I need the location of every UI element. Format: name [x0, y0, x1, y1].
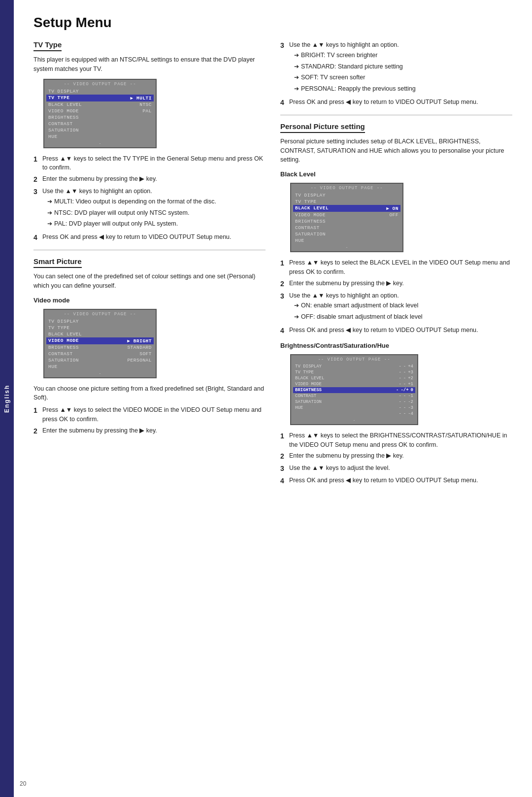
screen-header-bl: -- VIDEO OUTPUT PAGE --	[293, 186, 400, 191]
bl-row-contrast: CONTRAST	[293, 225, 400, 231]
screen-footer-bl: -	[293, 245, 400, 249]
tv-type-description: This player is equipped with an NTSC/PAL…	[33, 55, 266, 74]
tv-type-screen: -- VIDEO OUTPUT PAGE -- TV DISPLAY TV TY…	[43, 79, 157, 148]
vm-row-contrast: CONTRASTSOFT	[46, 351, 154, 357]
br-step-4: 4 Press OK and press ◀ key to return to …	[280, 476, 512, 486]
right-column: 3 Use the ▲▼ keys to highlight an option…	[280, 40, 512, 488]
tv-type-step-1: 1 Press ▲▼ keys to select the TV TYPE in…	[33, 154, 266, 173]
screen-row-tvtype-hl: TV TYPE▶ MULTI	[46, 95, 154, 101]
black-level-screen: -- VIDEO OUTPUT PAGE -- TV DISPLAY TV TY…	[290, 183, 403, 252]
bl-row-brightness: BRIGHTNESS	[293, 218, 400, 225]
vm-row-videomode-hl: VIDEO MODE▶ BRIGHT	[46, 337, 154, 344]
bl-bullets: ➔ON: enable smart adjustment of black le…	[289, 301, 423, 322]
rc-step-3: 3 Use the ▲▼ keys to highlight an option…	[280, 40, 512, 96]
bullet-on: ➔ON: enable smart adjustment of black le…	[294, 301, 423, 310]
smart-picture-steps: 1 Press ▲▼ keys to select the VIDEO MODE…	[33, 405, 266, 436]
vm-row-hue: HUE	[46, 364, 154, 370]
br-row-hue: HUE ---3	[293, 405, 415, 411]
br-row-tvtype: TV TYPE --+3	[293, 369, 415, 375]
brightness-title: Brightness/Contrast/Saturation/Hue	[280, 342, 512, 349]
vm-row-tvtype: TV TYPE	[46, 325, 154, 331]
screen-footer-br: -	[293, 418, 415, 422]
vm-row-tvdisplay: TV DISPLAY	[46, 318, 154, 325]
smart-picture-desc: You can select one of the predefined set…	[33, 272, 266, 291]
main-content: Setup Menu TV Type This player is equipp…	[14, 0, 532, 797]
br-row-tvdisplay: TV DISPLAY --+4	[293, 364, 415, 369]
bullet-off: ➔OFF: disable smart adjustment of black …	[294, 312, 423, 322]
two-col-layout: TV Type This player is equipped with an …	[33, 40, 512, 488]
brightness-subsection: Brightness/Contrast/Saturation/Hue -- VI…	[280, 342, 512, 487]
side-tab: English	[0, 0, 14, 797]
br-row-brightness-hl: BRIGHTNESS --/+0	[293, 387, 415, 393]
bullet-pal: ➔PAL: DVD player will output only PAL sy…	[47, 219, 216, 229]
screen-row-hue1: HUE	[46, 133, 154, 140]
screen-row-videomode: VIDEO MODEPAL	[46, 108, 154, 114]
smart-picture-steps-desc: You can choose one picture setting from …	[33, 384, 266, 403]
personal-picture-section: Personal Picture setting Personal pictur…	[280, 122, 512, 487]
br-row-extra: ---4	[293, 411, 415, 417]
left-column: TV Type This player is equipped with an …	[33, 40, 266, 488]
personal-picture-title: Personal Picture setting	[280, 122, 365, 133]
bl-step-1: 1 Press ▲▼ keys to select the BLACK LEVE…	[280, 258, 512, 277]
video-mode-screen: -- VIDEO OUTPUT PAGE -- TV DISPLAY TV TY…	[43, 309, 157, 378]
screen-row-tvdisplay: TV DISPLAY	[46, 88, 154, 95]
side-tab-label: English	[3, 384, 10, 412]
tv-type-step-3: 3 Use the ▲▼ keys to highlight an option…	[33, 187, 266, 231]
sp-step-1: 1 Press ▲▼ keys to select the VIDEO MODE…	[33, 405, 266, 424]
divider-1	[33, 250, 266, 250]
br-step-1: 1 Press ▲▼ keys to select the BRIGHTNESS…	[280, 431, 512, 450]
brightness-screen: -- VIDEO OUTPUT PAGE -- TV DISPLAY --+4 …	[290, 354, 418, 425]
video-mode-title: Video mode	[33, 297, 266, 304]
screen-row-brightness1: BRIGHTNESS	[46, 114, 154, 121]
bullet-standard: ➔STANDARD: Standard picture setting	[294, 62, 416, 71]
right-steps-top: 3 Use the ▲▼ keys to highlight an option…	[280, 40, 512, 108]
bullet-bright: ➔BRIGHT: TV screen brighter	[294, 51, 416, 60]
br-row-saturation: SATURATION ---2	[293, 399, 415, 405]
bl-step-2: 2 Enter the submenu by pressing the ▶ ke…	[280, 279, 512, 289]
personal-picture-desc: Personal picture setting includes setup …	[280, 137, 512, 165]
black-level-steps: 1 Press ▲▼ keys to select the BLACK LEVE…	[280, 258, 512, 336]
tv-type-step-2: 2 Enter the submenu by pressing the ▶ ke…	[33, 174, 266, 185]
bl-row-blacklevel-hl: BLACK LEVEL▶ ON	[293, 205, 400, 212]
tv-type-title: TV Type	[33, 40, 62, 51]
divider-2	[280, 115, 512, 115]
tv-type-steps: 1 Press ▲▼ keys to select the TV TYPE in…	[33, 154, 266, 243]
br-row-contrast: CONTRAST ---1	[293, 393, 415, 399]
br-row-videomode: VIDEO MODE --+1	[293, 381, 415, 387]
bullet-personal: ➔PERSONAL: Reapply the previous setting	[294, 84, 416, 94]
tv-type-bullets: ➔MULTI: Video output is depending on the…	[42, 197, 216, 229]
br-row-blacklevel: BLACK LEVEL --+2	[293, 375, 415, 381]
page-title: Setup Menu	[33, 15, 512, 31]
tv-type-section: TV Type This player is equipped with an …	[33, 40, 266, 243]
bl-row-tvdisplay: TV DISPLAY	[293, 192, 400, 199]
bl-step-3: 3 Use the ▲▼ keys to highlight an option…	[280, 291, 512, 324]
bullet-soft: ➔SOFT: TV screen softer	[294, 73, 416, 82]
vm-row-saturation: SATURATIONPERSONAL	[46, 357, 154, 364]
screen-footer-videomode: -	[46, 371, 154, 375]
bullet-ntsc: ➔NTSC: DVD player will output only NTSC …	[47, 208, 216, 218]
rc-bullets: ➔BRIGHT: TV screen brighter ➔STANDARD: S…	[289, 51, 416, 94]
bl-row-hue: HUE	[293, 237, 400, 244]
screen-footer-tvtype: -	[46, 141, 154, 145]
bl-row-tvtype: TV TYPE	[293, 199, 400, 205]
black-level-subsection: Black Level -- VIDEO OUTPUT PAGE -- TV D…	[280, 170, 512, 336]
screen-row-saturation1: SATURATION	[46, 127, 154, 133]
bl-step-4: 4 Press OK and press ◀ key to return to …	[280, 326, 512, 336]
vm-row-brightness: BRIGHTNESSSTANDARD	[46, 344, 154, 351]
br-step-3: 3 Use the ▲▼ keys to adjust the level.	[280, 464, 512, 474]
smart-picture-section: Smart Picture You can select one of the …	[33, 257, 266, 436]
screen-row-blacklevel: BLACK LEVELNTSC	[46, 101, 154, 108]
screen-header-br: -- VIDEO OUTPUT PAGE --	[293, 357, 415, 362]
bl-row-saturation: SATURATION	[293, 231, 400, 237]
screen-header-videomode: -- VIDEO OUTPUT PAGE --	[46, 312, 154, 317]
screen-row-contrast1: CONTRAST	[46, 121, 154, 127]
page-wrapper: English Setup Menu TV Type This player i…	[0, 0, 532, 797]
screen-header-tvtype: -- VIDEO OUTPUT PAGE --	[46, 82, 154, 87]
smart-picture-title: Smart Picture	[33, 257, 82, 268]
sp-step-2: 2 Enter the submenu by pressing the ▶ ke…	[33, 426, 266, 436]
vm-row-blacklevel: BLACK LEVEL	[46, 331, 154, 337]
bullet-multi: ➔MULTI: Video output is depending on the…	[47, 197, 216, 206]
black-level-title: Black Level	[280, 170, 512, 178]
brightness-steps: 1 Press ▲▼ keys to select the BRIGHTNESS…	[280, 431, 512, 487]
tv-type-step-4: 4 Press OK and press ◀ key to return to …	[33, 232, 266, 243]
